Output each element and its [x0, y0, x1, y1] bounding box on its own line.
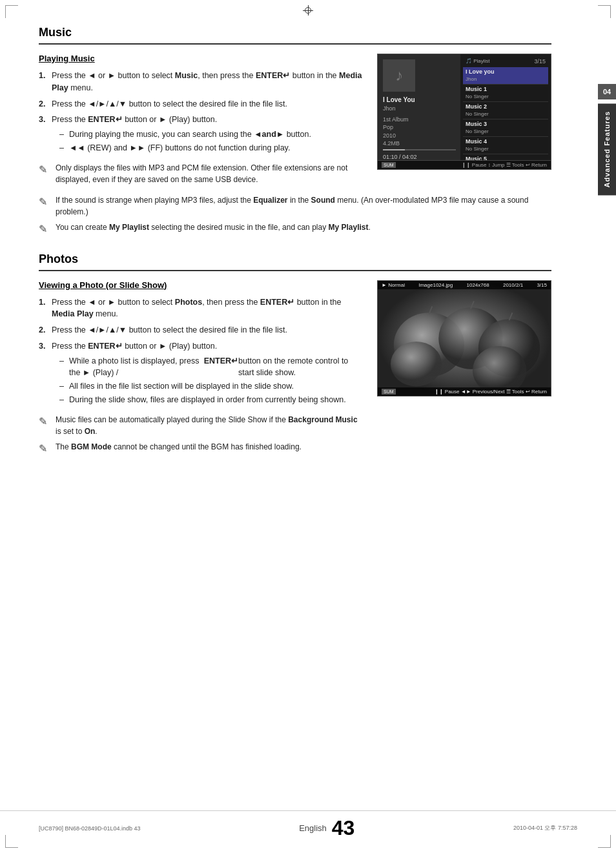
photos-screen-display: ► Normal Image1024.jpg 1024x768 2010/2/1…: [377, 280, 551, 396]
music-note-1: ✎ Only displays the files with MP3 and P…: [39, 162, 364, 185]
note-icon-1: ✎: [39, 162, 52, 178]
music-note-3: ✎ You can create My Playlist selecting t…: [39, 221, 551, 237]
photos-section: Photos Viewing a Photo (or Slide Show) 1…: [39, 252, 551, 460]
playing-music-title: Playing Music: [39, 54, 364, 63]
photo-image: [378, 280, 551, 396]
photos-step-3: 3. Press the ENTER↵ button or ► (Play) b…: [39, 340, 364, 407]
music-screen-right: 🎵 Playlist 3/15 I Love you Jhon Music 1 …: [460, 54, 551, 169]
song-genre: Pop: [383, 123, 456, 132]
music-sub-2: ◄◄ (REW) and ►► (FF) buttons do not func…: [52, 142, 364, 154]
photo-resolution: 1024x768: [466, 282, 489, 288]
photo-top-bar: ► Normal Image1024.jpg 1024x768 2010/2/1…: [378, 281, 551, 289]
photos-step-1: 1. Press the ◄ or ► button to select Pho…: [39, 296, 364, 321]
playlist-item-1: Music 1 No Singer: [463, 85, 548, 102]
photo-main: [378, 281, 551, 396]
playlist-item-0: I Love you Jhon: [463, 67, 548, 85]
sum-label-2: SUM: [382, 389, 396, 395]
song-artist: Jhon: [383, 105, 456, 113]
album-art: ♪: [383, 59, 415, 92]
page-footer: [UC8790] BN68-02849D-01L04.indb 43 Engli…: [0, 810, 616, 840]
song-year: 2010: [383, 132, 456, 140]
page-number-area: English 43: [299, 816, 354, 840]
playlist-item-4: Music 4 No Singer: [463, 137, 548, 154]
music-screen-bottom-bar: SUM ❙❙ Pause ↕ Jump ☰ Tools ↩ Return: [378, 160, 551, 169]
music-screen-display: ♪ I Love You Jhon 1st Album Pop 2010 4.2…: [377, 54, 551, 170]
viewing-photo-title: Viewing a Photo (or Slide Show): [39, 280, 364, 290]
music-step-3: 3. Press the ENTER↵ button or ► (Play) b…: [39, 114, 364, 155]
photos-screenshot: ► Normal Image1024.jpg 1024x768 2010/2/1…: [377, 280, 551, 460]
photos-sub-3: During the slide show, files are display…: [52, 394, 364, 406]
photos-step-2: 2. Press the ◄/►/▲/▼ button to select th…: [39, 324, 364, 336]
photo-mode: ► Normal: [382, 282, 405, 288]
photo-filename: Image1024.jpg: [418, 282, 453, 288]
song-title: I Love You: [383, 96, 456, 105]
progress-bar: [383, 149, 456, 150]
page-number: 43: [332, 816, 355, 840]
music-text-col: Playing Music 1. Press the ◄ or ► button…: [39, 54, 364, 189]
photos-note-1: ✎ Music files can be automatically playe…: [39, 414, 364, 437]
photos-sub-1: While a photo list is displayed, press t…: [52, 355, 364, 380]
playlist-item-2: Music 2 No Singer: [463, 102, 548, 119]
note-icon-3: ✎: [39, 221, 52, 237]
photo-num: 3/15: [537, 282, 547, 288]
photo-controls: ❙❙ Pause ◄► Previous/Next ☰ Tools ↩ Retu…: [435, 389, 547, 395]
svg-point-4: [391, 341, 442, 385]
photos-steps-list: 1. Press the ◄ or ► button to select Pho…: [39, 296, 364, 407]
music-step-1: 1. Press the ◄ or ► button to select Mus…: [39, 70, 364, 94]
music-section-title: Music: [39, 26, 551, 45]
music-sub-1: During playing the music, you can search…: [52, 128, 364, 141]
footer-file-info: [UC8790] BN68-02849D-01L04.indb 43: [39, 825, 141, 832]
playlist-item-3: Music 3 No Singer: [463, 119, 548, 137]
photo-bottom-bar: SUM ❙❙ Pause ◄► Previous/Next ☰ Tools ↩ …: [378, 387, 551, 396]
song-album: 1st Album: [383, 116, 456, 124]
note-icon-2: ✎: [39, 194, 52, 210]
music-info: I Love You Jhon 1st Album Pop 2010 4.2MB…: [383, 96, 456, 161]
photos-sub-bullets: While a photo list is displayed, press t…: [52, 355, 364, 406]
sum-label: SUM: [382, 162, 396, 168]
music-section: Music Playing Music 1. Press the ◄ or ► …: [39, 26, 551, 237]
english-label: English: [299, 823, 327, 833]
music-note-2: ✎ If the sound is strange when playing M…: [39, 194, 551, 218]
photos-section-title: Photos: [39, 252, 551, 271]
song-size: 4.2MB: [383, 139, 456, 148]
playlist-header: 🎵 Playlist 3/15: [463, 57, 548, 66]
progress-fill: [383, 149, 405, 150]
note-icon-5: ✎: [39, 441, 52, 457]
music-steps-list: 1. Press the ◄ or ► button to select Mus…: [39, 70, 364, 156]
photos-note-2: ✎ The BGM Mode cannot be changed until t…: [39, 441, 364, 457]
music-controls: ❙❙ Pause ↕ Jump ☰ Tools ↩ Return: [462, 162, 547, 168]
music-screen-left: ♪ I Love You Jhon 1st Album Pop 2010 4.2…: [378, 54, 462, 169]
photos-sub-2: All files in the file list section will …: [52, 380, 364, 393]
photos-text-col: Viewing a Photo (or Slide Show) 1. Press…: [39, 280, 364, 460]
note-icon-4: ✎: [39, 414, 52, 429]
photo-date: 2010/2/1: [503, 282, 523, 288]
footer-timestamp: 2010-04-01 오후 7:57:28: [513, 824, 577, 832]
music-step-2: 2. Press the ◄/►/▲/▼ button to select th…: [39, 98, 364, 110]
music-sub-bullets: During playing the music, you can search…: [52, 128, 364, 154]
music-screenshot: ♪ I Love You Jhon 1st Album Pop 2010 4.2…: [377, 54, 551, 189]
